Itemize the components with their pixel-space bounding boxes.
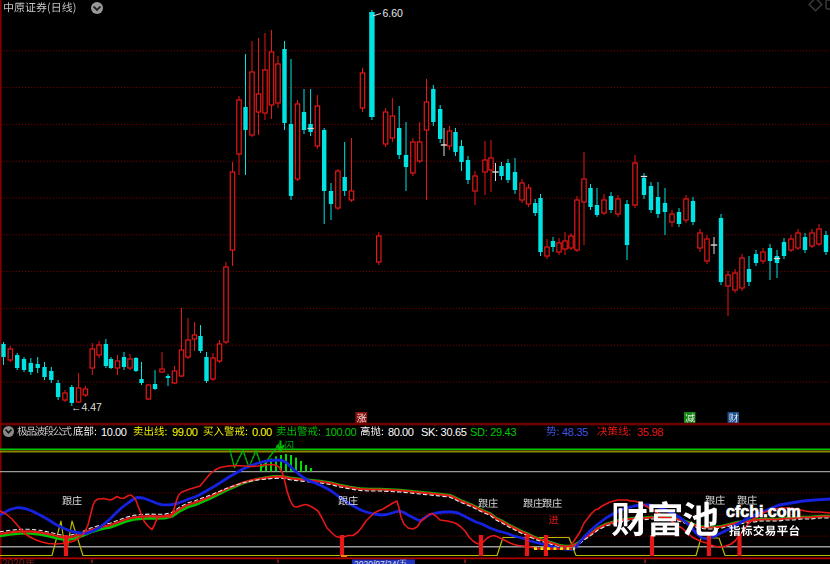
svg-text:SD: 29.43: SD: 29.43 [470,426,516,438]
svg-text:0.00: 0.00 [252,426,272,438]
svg-text:2020/07/24(: 2020/07/24( [354,559,400,564]
svg-text:2020: 2020 [2,558,25,564]
svg-text:35.98: 35.98 [637,426,663,438]
svg-text:80.00: 80.00 [388,426,414,438]
svg-text:6.60: 6.60 [383,7,404,19]
svg-text:48.35: 48.35 [562,426,588,438]
svg-text:100.00: 100.00 [325,426,357,438]
svg-text:cfchi.com: cfchi.com [726,503,801,520]
svg-text:99.00: 99.00 [172,426,198,438]
svg-text:SK: 30.65: SK: 30.65 [421,426,467,438]
svg-text:←4.47: ←4.47 [71,401,102,413]
svg-text:10.00: 10.00 [101,426,127,438]
